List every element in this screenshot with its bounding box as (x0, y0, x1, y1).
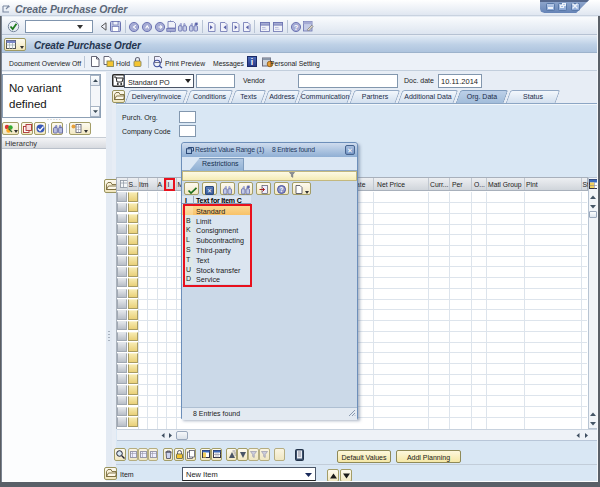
svg-text:?: ? (294, 22, 299, 31)
svg-text:?: ? (280, 186, 284, 193)
